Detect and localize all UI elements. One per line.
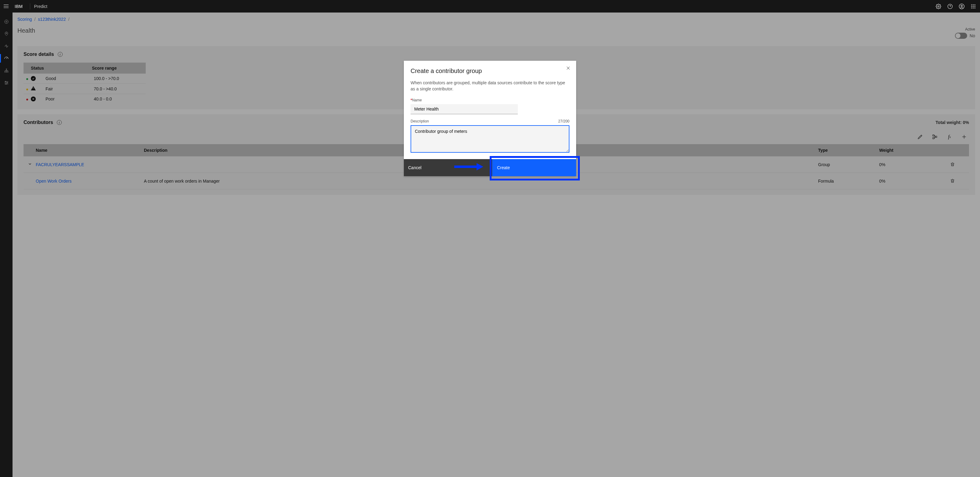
close-icon[interactable] — [566, 66, 571, 72]
create-contributor-group-modal: Create a contributor group When contribu… — [404, 61, 576, 176]
modal-title: Create a contributor group — [410, 67, 570, 75]
modal-description: When contributors are grouped, multiple … — [410, 80, 570, 92]
description-textarea[interactable] — [410, 125, 570, 153]
name-field-label: *Name — [410, 98, 570, 102]
modal-wrapper: Create a contributor group When contribu… — [0, 0, 980, 477]
create-button[interactable]: Create — [492, 159, 576, 176]
cancel-button[interactable]: Cancel — [404, 159, 492, 176]
desc-field-label: Description — [410, 119, 429, 123]
char-counter: 27/200 — [558, 119, 570, 123]
name-input[interactable] — [410, 104, 518, 114]
